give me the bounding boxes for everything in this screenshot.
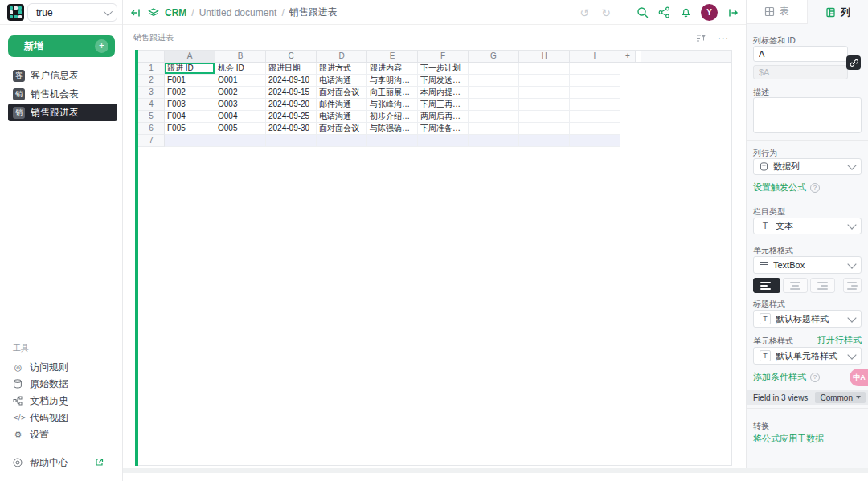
cell[interactable]	[519, 87, 570, 99]
cell[interactable]	[519, 135, 570, 147]
cell[interactable]	[165, 135, 215, 147]
app-logo-icon[interactable]	[7, 4, 24, 21]
cell[interactable]	[469, 111, 519, 123]
row-number[interactable]: 5	[138, 111, 165, 123]
cell[interactable]: 跟进内容	[367, 63, 418, 75]
help-question-icon[interactable]: ?	[810, 183, 820, 193]
cell[interactable]	[469, 99, 519, 111]
wrap-text-button[interactable]	[843, 278, 862, 293]
open-row-style-link[interactable]: 打开行样式	[817, 334, 862, 346]
workspace-dropdown[interactable]: true	[27, 3, 117, 22]
cell[interactable]: 邮件沟通	[317, 99, 367, 111]
cell[interactable]: 与李明沟通，...	[367, 75, 418, 87]
column-header[interactable]: E	[367, 51, 418, 62]
row-number[interactable]: 7	[138, 135, 165, 147]
help-question-icon[interactable]: ?	[810, 373, 820, 382]
column-label-input[interactable]	[753, 46, 848, 62]
cell[interactable]	[570, 99, 620, 111]
more-options-icon[interactable]: ···	[717, 31, 730, 44]
cell[interactable]: 电话沟通	[317, 111, 367, 123]
sidebar-item-access-rules[interactable]: ◎ 访问规则	[0, 359, 123, 376]
cell[interactable]: 面对面会议	[317, 123, 367, 135]
cell[interactable]	[215, 135, 266, 147]
column-header[interactable]: B	[215, 51, 266, 62]
column-header[interactable]: A	[165, 51, 215, 62]
column-type-dropdown[interactable]: T 文本	[753, 218, 862, 234]
cell[interactable]: O005	[215, 123, 266, 135]
add-column-button[interactable]: +	[620, 51, 636, 62]
undo-icon[interactable]: ↺	[578, 6, 591, 19]
cell[interactable]: 跟进方式	[317, 63, 367, 75]
cell[interactable]	[469, 135, 519, 147]
cell[interactable]	[469, 87, 519, 99]
horizontal-scrollbar[interactable]	[123, 468, 868, 473]
sidebar-item-sales-followup[interactable]: 销 销售跟进表	[8, 104, 117, 121]
cell[interactable]: 下一步计划	[418, 63, 469, 75]
new-table-button[interactable]: 新增 +	[8, 35, 115, 57]
cell-format-dropdown[interactable]: TextBox	[753, 256, 862, 274]
cell[interactable]: 两周后再次跟进	[418, 111, 469, 123]
row-number[interactable]: 6	[138, 123, 165, 135]
cell[interactable]: O003	[215, 99, 266, 111]
cell[interactable]	[519, 123, 570, 135]
column-behavior-dropdown[interactable]: 数据列	[753, 158, 862, 175]
column-header[interactable]: F	[418, 51, 469, 62]
cell[interactable]: 下周三再次沟...	[418, 99, 469, 111]
column-header[interactable]: C	[266, 51, 317, 62]
align-center-button[interactable]	[783, 278, 808, 293]
link-id-button[interactable]	[846, 55, 861, 70]
cell[interactable]: 面对面会议	[317, 87, 367, 99]
external-link-icon[interactable]	[95, 458, 104, 467]
cell[interactable]	[266, 135, 317, 147]
sidebar-item-sales-opportunity[interactable]: 销 销售机会表	[8, 85, 117, 103]
redo-icon[interactable]: ↻	[600, 6, 612, 19]
cell[interactable]: F002	[165, 87, 215, 99]
column-header[interactable]: I	[570, 51, 620, 62]
translate-extension-badge[interactable]: 中A	[850, 369, 868, 386]
cell[interactable]: 电话沟通	[317, 75, 367, 87]
cell[interactable]: 2024-09-30	[266, 123, 317, 135]
user-avatar[interactable]: Y	[701, 4, 718, 21]
row-number[interactable]: 4	[138, 99, 165, 111]
sidebar-item-customer-info[interactable]: 客 客户信息表	[8, 67, 117, 84]
cell[interactable]: F005	[165, 123, 215, 135]
row-number[interactable]: 3	[138, 87, 165, 99]
cell[interactable]	[570, 111, 620, 123]
cell[interactable]	[570, 135, 620, 147]
cell-A1[interactable]: 跟进 ID	[165, 63, 215, 75]
corner-cell[interactable]	[138, 51, 165, 62]
title-style-dropdown[interactable]: T 默认标题样式	[753, 310, 862, 328]
cell[interactable]: F003	[165, 99, 215, 111]
cell[interactable]: 2024-09-25	[266, 111, 317, 123]
cell[interactable]: 跟进日期	[266, 63, 317, 75]
tab-column[interactable]: 列	[808, 0, 868, 24]
search-icon[interactable]	[636, 6, 649, 19]
cell[interactable]	[519, 75, 570, 87]
cell[interactable]: 与张峰沟通服...	[367, 99, 418, 111]
apply-formula-link[interactable]: 将公式应用于数据	[753, 433, 824, 445]
cell[interactable]: 与陈强确认课...	[367, 123, 418, 135]
cell[interactable]	[570, 63, 620, 75]
breadcrumb-root[interactable]: CRM	[165, 7, 186, 18]
column-header[interactable]: G	[469, 51, 519, 62]
breadcrumb-document[interactable]: Untitled document	[199, 7, 277, 18]
cell[interactable]: 2024-09-10	[266, 75, 317, 87]
cell[interactable]: 向王丽展示设...	[367, 87, 418, 99]
cell[interactable]: 2024-09-20	[266, 99, 317, 111]
column-header[interactable]: D	[317, 51, 367, 62]
cell[interactable]: 机会 ID	[215, 63, 266, 75]
cell-style-dropdown[interactable]: T 默认单元格样式	[753, 347, 862, 365]
add-conditional-style-link[interactable]: 添加条件样式	[753, 371, 806, 383]
cell[interactable]: 下周发送详细...	[418, 75, 469, 87]
cell[interactable]: 本周内提供详...	[418, 87, 469, 99]
cell[interactable]	[570, 123, 620, 135]
set-trigger-formula-link[interactable]: 设置触发公式	[753, 181, 806, 194]
sidebar-item-raw-data[interactable]: 原始数据	[0, 376, 123, 393]
cell[interactable]	[469, 123, 519, 135]
cell[interactable]	[367, 135, 418, 147]
cell[interactable]	[317, 135, 367, 147]
cell[interactable]	[519, 63, 570, 75]
layers-icon[interactable]	[147, 6, 160, 19]
breadcrumb-page[interactable]: 销售跟进表	[289, 6, 338, 19]
cell[interactable]	[570, 75, 620, 87]
